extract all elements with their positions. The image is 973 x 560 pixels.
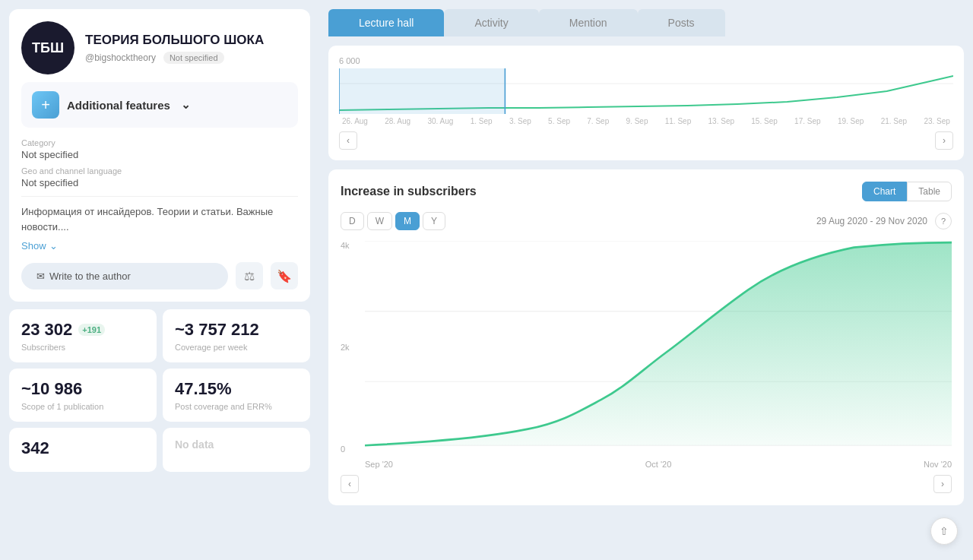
main-chart-svg [365, 241, 952, 454]
scope-value-row: ~10 986 [21, 379, 144, 399]
subs-chart-card: Increase in subscribers Chart Table D W … [328, 169, 964, 505]
channel-card: ТБШ ТЕОРИЯ БОЛЬШОГО ШОКА @bigshocktheory… [9, 9, 310, 302]
scroll-up-button[interactable]: ⇧ [930, 517, 958, 545]
mini-chart-card: 6 000 26. Aug 28. Aug 30. Aug 1. Sep 3. … [328, 46, 964, 160]
bookmark-button[interactable]: 🔖 [271, 262, 298, 289]
coverage-value-row: ~3 757 212 [175, 320, 298, 340]
show-more-btn[interactable]: Show ⌄ [21, 240, 298, 252]
svg-rect-1 [339, 68, 505, 114]
mini-chart-prev-btn[interactable]: ‹ [339, 131, 357, 150]
mini-chart-svg [339, 68, 953, 114]
scales-icon: ⚖ [244, 269, 255, 283]
main-chart-area: 4k 2k 0 [341, 241, 952, 469]
show-more-label: Show [21, 240, 46, 252]
period-y-btn[interactable]: Y [423, 212, 445, 230]
right-panel: Lecture hall Activity Mention Posts 6 00… [319, 0, 973, 560]
no-data-card: No data [163, 428, 310, 472]
subscribers-label: Subscribers [21, 343, 144, 352]
x-label-sep: Sep '20 [365, 460, 393, 469]
channel-logo: ТБШ [21, 21, 74, 74]
subscribers-card: 23 302 +191 Subscribers [9, 309, 157, 362]
chevron-down-small-icon: ⌄ [49, 240, 58, 252]
subscribers-value-row: 23 302 +191 [21, 320, 144, 340]
mail-icon: ✉ [36, 271, 45, 282]
table-toggle-btn[interactable]: Table [907, 182, 952, 201]
question-btn[interactable]: ? [935, 213, 952, 229]
period-m-btn[interactable]: M [395, 212, 420, 230]
category-label: Category [21, 138, 298, 147]
post-coverage-card: 47.15% Post coverage and ERR% [163, 369, 310, 422]
scope-number: ~10 986 [21, 379, 82, 399]
coverage-card: ~3 757 212 Coverage per week [163, 309, 310, 362]
chart-body: Sep '20 Oct '20 Nov '20 [365, 241, 952, 469]
tab-activity[interactable]: Activity [444, 9, 538, 36]
bookmark-icon: 🔖 [277, 269, 292, 283]
x-label-nov: Nov '20 [924, 460, 952, 469]
logo-text: ТБШ [32, 40, 64, 56]
subs-chart-header: Increase in subscribers Chart Table [341, 182, 952, 201]
add-icon: + [32, 91, 59, 119]
channel-info: ТЕОРИЯ БОЛЬШОГО ШОКА @bigshocktheory Not… [85, 32, 264, 64]
channel-description: Информация от инсайдеров. Теории и стать… [21, 204, 298, 234]
mini-y-value: 6 000 [339, 56, 360, 65]
category-section: Category Not specified [21, 138, 298, 160]
compare-button[interactable]: ⚖ [236, 262, 263, 289]
additional-features-btn[interactable]: + Additional features ⌄ [21, 82, 298, 128]
chevron-down-icon: ⌄ [181, 98, 287, 112]
x-label-oct: Oct '20 [645, 460, 672, 469]
post-coverage-number: 47.15% [175, 379, 232, 399]
tab-mention[interactable]: Mention [539, 9, 638, 36]
post-coverage-value-row: 47.15% [175, 379, 298, 399]
scope-card: ~10 986 Scope of 1 publication [9, 369, 157, 422]
subscribers-number: 23 302 [21, 320, 72, 340]
main-chart-next-btn[interactable]: › [933, 475, 952, 493]
period-d-btn[interactable]: D [341, 212, 364, 230]
y-label-4k: 4k [341, 241, 359, 250]
extra-value-row: 342 [21, 438, 144, 458]
action-row: ✉ Write to the author ⚖ 🔖 [21, 262, 298, 289]
period-w-btn[interactable]: W [367, 212, 392, 230]
period-buttons: D W M Y [341, 212, 445, 230]
date-range-label: 29 Aug 2020 - 29 Nov 2020 [816, 216, 927, 226]
geo-section: Geo and channel language Not specified [21, 166, 298, 188]
main-chart-prev-btn[interactable]: ‹ [341, 475, 359, 493]
post-coverage-label: Post coverage and ERR% [175, 402, 298, 411]
divider [21, 196, 298, 197]
category-value: Not specified [21, 149, 298, 160]
write-to-author-button[interactable]: ✉ Write to the author [21, 263, 228, 289]
main-chart-nav: ‹ › [341, 475, 952, 493]
mini-chart-nav: ‹ › [339, 131, 953, 150]
y-label-2k: 2k [341, 343, 359, 352]
mini-chart-x-axis: 26. Aug 28. Aug 30. Aug 1. Sep 3. Sep 5.… [339, 117, 953, 125]
extra-number: 342 [21, 438, 49, 458]
tab-lecture-hall[interactable]: Lecture hall [328, 9, 444, 36]
geo-label: Geo and channel language [21, 166, 298, 176]
channel-meta: @bigshocktheory Not specified [85, 52, 264, 64]
mini-chart-y-label: 6 000 [339, 56, 953, 65]
coverage-label: Coverage per week [175, 343, 298, 352]
mini-chart-next-btn[interactable]: › [935, 131, 953, 150]
y-axis-labels: 4k 2k 0 [341, 241, 365, 469]
additional-features-label: Additional features [67, 99, 173, 112]
channel-handle: @bigshocktheory [85, 52, 156, 63]
channel-status-badge: Not specified [163, 52, 224, 64]
left-panel: ТБШ ТЕОРИЯ БОЛЬШОГО ШОКА @bigshocktheory… [0, 0, 319, 560]
write-btn-label: Write to the author [49, 271, 131, 282]
chart-table-toggle: Chart Table [862, 182, 952, 201]
x-axis-labels: Sep '20 Oct '20 Nov '20 [365, 460, 952, 469]
channel-header: ТБШ ТЕОРИЯ БОЛЬШОГО ШОКА @bigshocktheory… [21, 21, 298, 74]
subs-chart-title: Increase in subscribers [341, 185, 477, 198]
subscribers-badge: +191 [78, 324, 105, 336]
chart-toggle-btn[interactable]: Chart [862, 182, 907, 201]
coverage-number: ~3 757 212 [175, 320, 259, 340]
channel-name: ТЕОРИЯ БОЛЬШОГО ШОКА [85, 32, 264, 49]
no-data-value: No data [175, 438, 298, 451]
tab-posts[interactable]: Posts [638, 9, 725, 36]
period-controls: D W M Y 29 Aug 2020 - 29 Nov 2020 ? [341, 212, 952, 230]
y-label-0: 0 [341, 445, 359, 454]
no-data-text: No data [175, 438, 214, 451]
stats-grid: 23 302 +191 Subscribers ~3 757 212 Cover… [9, 309, 310, 472]
geo-value: Not specified [21, 177, 298, 188]
tabs-bar: Lecture hall Activity Mention Posts [328, 9, 964, 36]
extra-card: 342 [9, 428, 157, 472]
